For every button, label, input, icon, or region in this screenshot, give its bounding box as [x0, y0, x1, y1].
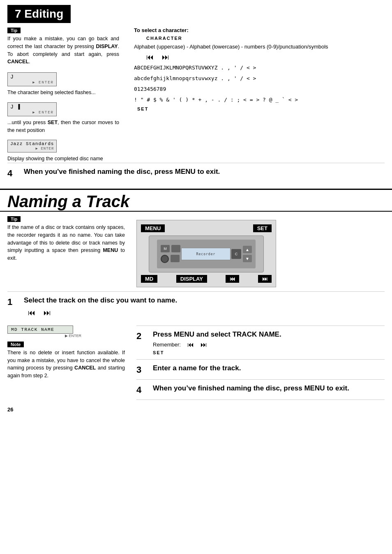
editing-left-col: Tip If you make a mistake, you can go ba… — [7, 27, 127, 163]
step-4-editing-num: 4 — [7, 168, 24, 179]
device-btn-3 — [171, 255, 180, 262]
charset-punct: ! " # $ % & ' ( ) * + , - . / : ; < = > … — [134, 95, 385, 104]
naming-track-heading: Naming a Track — [0, 192, 392, 212]
editing-section: Tip If you make a mistake, you can go ba… — [0, 27, 392, 163]
step1-nav-arrows: ⏮ ⏭ — [28, 309, 177, 317]
lcd-track-display: MD TRACK NAME — [7, 325, 73, 334]
charset-lower: abcdefghijklmnopqrstuvwxyz . , ' / < > — [134, 74, 385, 83]
naming-tip-label: Tip — [7, 216, 21, 222]
step-3-text: Enter a name for the track. — [153, 364, 241, 373]
next-label: ⏭ — [258, 275, 272, 283]
caption-2: ...until you press SET, then the cursor … — [7, 119, 119, 134]
step4-row: 4 When you’ve finished naming the disc, … — [136, 384, 385, 395]
step2-naming: 2 Press MENU and select TRACK NAME. Reme… — [136, 325, 385, 359]
lcd-char-2: J ▌ ▶ ENTER — [7, 102, 57, 116]
select-char-title: To select a character: — [134, 27, 385, 33]
section-divider — [0, 189, 392, 190]
step2-set-label: SET — [153, 350, 281, 355]
device-screen: Recorder — [181, 248, 231, 260]
final-divider — [136, 399, 385, 400]
md-label: MD — [141, 275, 157, 283]
lower-section: MD TRACK NAME ▶ ENTER Note There is no d… — [0, 325, 392, 400]
step2-row: 2 Press MENU and select TRACK NAME. Reme… — [136, 330, 385, 355]
device-arrow-buttons: ▲ ▼ — [243, 246, 252, 262]
step-1-naming-num: 1 — [7, 297, 24, 307]
note-label: Note — [7, 342, 24, 347]
display-label: DISPLAY — [176, 275, 207, 283]
menu-btn-label: MENU — [141, 224, 165, 232]
menu-key-ref: MENU — [103, 247, 118, 253]
lcd-char-3: Jazz Standards ▶ ENTER — [7, 140, 57, 152]
step-1-naming-content: Select the track on the disc you want to… — [24, 296, 177, 317]
naming-tip-box: Tip If the name of a disc or track conta… — [7, 216, 125, 262]
lcd-display-3: Jazz Standards ▶ ENTER — [7, 137, 119, 153]
device-screen-text: Recorder — [196, 252, 216, 256]
step-4-naming-num: 4 — [136, 385, 153, 395]
tip-text: If you make a mistake, you can go back a… — [7, 35, 119, 66]
naming-left-col: Tip If the name of a disc or track conta… — [7, 216, 131, 291]
char-desc: Alphabet (uppercase) - Alphabet (lowerca… — [134, 43, 385, 51]
device-up-btn: ▲ — [243, 246, 252, 253]
step-2-text: Press MENU and select TRACK NAME. — [153, 330, 281, 339]
page-number: 26 — [7, 406, 13, 413]
caption-1: The character being selected flashes... — [7, 89, 119, 97]
page-title: 7 Editing — [7, 5, 71, 23]
step3-row: 3 Enter a name for the track. — [136, 364, 385, 375]
device-bottom-buttons — [161, 255, 180, 263]
charset-upper: ABCDEFGHIJKLMNOPQRSTUVWXYZ . , ' / < > — [134, 63, 385, 72]
cancel-key-2: CANCEL — [74, 365, 96, 371]
lower-right: 2 Press MENU and select TRACK NAME. Reme… — [131, 325, 385, 400]
step1-next-icon: ⏭ — [44, 309, 51, 317]
step-4-editing-text: When you've finished naming the disc, pr… — [24, 167, 220, 177]
step-1-naming-text: Select the track on the disc you want to… — [24, 296, 177, 305]
step-3-num: 3 — [136, 365, 153, 375]
device-top-buttons: M — [161, 245, 180, 252]
naming-right-col: MENU SET M — [131, 216, 385, 291]
page-header-wrapper: 7 Editing — [0, 0, 392, 27]
device-body-inner: M Recorder C — [157, 240, 256, 268]
lcd-display-2: J ▌ ▶ ENTER — [7, 100, 119, 117]
step2-prev-icon: ⏮ — [187, 341, 194, 349]
tip-label: Tip — [7, 28, 21, 33]
note-text: There is no delete or insert function av… — [7, 349, 125, 380]
note-box: Note There is no delete or insert functi… — [7, 341, 125, 380]
display-key: DISPLAY — [96, 44, 118, 49]
device-circle-1 — [161, 255, 169, 263]
step3-naming: 3 Enter a name for the track. — [136, 359, 385, 379]
device-left-controls: M — [161, 245, 180, 263]
set-key-ref: SET — [48, 120, 58, 125]
step4-naming: 4 When you’ve finished naming the disc, … — [136, 379, 385, 399]
step2-next-icon: ⏭ — [201, 341, 207, 349]
step-4-naming-text: When you’ve finished naming the disc, pr… — [153, 384, 349, 393]
editing-tip-box: Tip If you make a mistake, you can go ba… — [7, 27, 119, 66]
step2-remember-row: Remember: ⏮ ⏭ — [153, 341, 281, 349]
device-down-btn: ▼ — [243, 255, 252, 262]
naming-tip-text: If the name of a disc or track contains … — [7, 224, 125, 262]
set-button-label: SET — [137, 106, 385, 111]
menu-device-btn: M — [161, 245, 170, 252]
charset-nums: 0123456789 — [134, 85, 385, 94]
prev-label: ⏮ — [226, 275, 239, 283]
device-bottom-labels: MD DISPLAY ⏮ ⏭ — [141, 275, 272, 283]
lcd-track-sublabel: ▶ ENTER — [7, 334, 81, 338]
nav-next-icon: ⏭ — [162, 53, 169, 62]
lower-left: MD TRACK NAME ▶ ENTER Note There is no d… — [7, 325, 131, 400]
lcd-char-1: J ▶ ENTER — [7, 72, 57, 86]
lcd-sublabel-1: ▶ ENTER — [10, 80, 54, 85]
cancel-key: CANCEL — [7, 59, 29, 65]
device-c-btn: C — [231, 249, 241, 259]
set-btn-label: SET — [253, 224, 272, 232]
device-top-labels: MENU SET — [141, 224, 272, 232]
step-2-num: 2 — [136, 331, 153, 342]
step1-prev-icon: ⏮ — [28, 309, 35, 317]
device-body: M Recorder C — [149, 235, 264, 272]
lcd-display-1: J ▶ ENTER — [7, 70, 119, 87]
naming-section: Tip If the name of a disc or track conta… — [0, 216, 392, 291]
lcd-sublabel-3: ▶ ENTER — [10, 146, 54, 151]
chapter-number: 7 — [15, 7, 21, 20]
page-number-wrapper: 26 — [0, 406, 392, 413]
step2-content: Press MENU and select TRACK NAME. Rememb… — [153, 330, 281, 355]
lcd-sublabel-2: ▶ ENTER — [10, 110, 54, 115]
remember-label: Remember: — [153, 342, 181, 348]
device-image: MENU SET M — [136, 220, 276, 287]
